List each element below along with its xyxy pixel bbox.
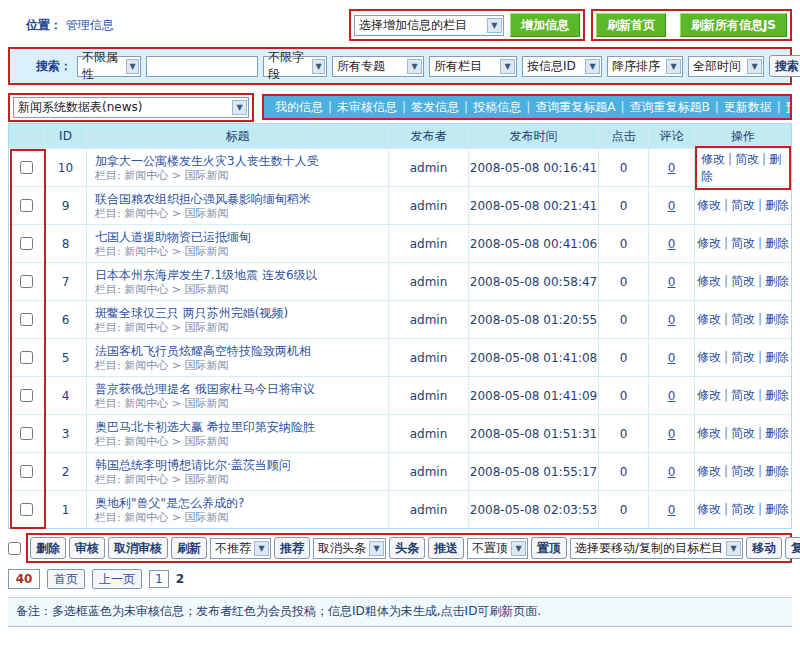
- row-id[interactable]: 3: [62, 427, 70, 441]
- unrecommend-select[interactable]: 不推荐▼: [210, 538, 271, 559]
- row-action-modify[interactable]: 修改: [697, 350, 721, 364]
- direction-select[interactable]: 降序排序 ▼: [607, 56, 683, 77]
- row-checkbox[interactable]: [20, 313, 33, 326]
- row-checkbox[interactable]: [20, 275, 33, 288]
- row-action-quick-edit[interactable]: 简改: [731, 464, 755, 478]
- row-action-modify[interactable]: 修改: [697, 274, 721, 288]
- row-action-delete[interactable]: 删除: [765, 198, 789, 212]
- info-link[interactable]: 我的信息: [270, 99, 328, 116]
- row-checkbox[interactable]: [20, 503, 33, 516]
- row-id[interactable]: 1: [62, 503, 70, 517]
- row-title-link[interactable]: 加拿大一公寓楼发生火灾3人丧生数十人受: [95, 153, 319, 169]
- row-action-quick-edit[interactable]: 简改: [731, 198, 755, 212]
- time-select[interactable]: 全部时间 ▼: [688, 56, 764, 77]
- move-button[interactable]: 移动: [746, 537, 782, 559]
- cancel-approve-button[interactable]: 取消审核: [108, 537, 168, 559]
- row-action-modify[interactable]: 修改: [701, 152, 725, 166]
- add-column-select[interactable]: 选择增加信息的栏目 ▼: [354, 15, 504, 36]
- row-title-link[interactable]: 七国人道援助物资已运抵缅甸: [95, 229, 251, 245]
- search-button[interactable]: 搜索: [769, 55, 800, 77]
- copy-button[interactable]: 复制: [785, 537, 800, 559]
- row-action-quick-edit[interactable]: 简改: [731, 502, 755, 516]
- row-checkbox[interactable]: [20, 237, 33, 250]
- row-title-link[interactable]: 法国客机飞行员炫耀高空特技险致两机相: [95, 343, 311, 359]
- info-link[interactable]: 未审核信息: [332, 99, 402, 116]
- row-title-link[interactable]: 斑鳖全球仅三只 两只苏州完婚(视频): [95, 305, 288, 321]
- row-action-quick-edit[interactable]: 简改: [731, 426, 755, 440]
- info-link[interactable]: 签发信息: [406, 99, 464, 116]
- row-action-delete[interactable]: 删除: [765, 388, 789, 402]
- row-title-link[interactable]: 韩国总统李明博想请比尔·盖茨当顾问: [95, 457, 291, 473]
- row-checkbox[interactable]: [20, 199, 33, 212]
- manage-info-link[interactable]: 管理信息: [66, 18, 114, 32]
- move-copy-target-select[interactable]: 选择要移动/复制的目标栏目▼: [570, 538, 743, 559]
- row-action-delete[interactable]: 删除: [765, 426, 789, 440]
- page-number-2[interactable]: 2: [176, 572, 184, 586]
- row-title-link[interactable]: 奥地利"兽父"是怎么养成的?: [95, 495, 244, 511]
- row-action-modify[interactable]: 修改: [697, 312, 721, 326]
- orderby-select[interactable]: 按信息ID ▼: [522, 56, 602, 77]
- row-title-link[interactable]: 日本本州东海岸发生7.1级地震 连发6级以: [95, 267, 318, 283]
- row-comments-link[interactable]: 0: [668, 199, 676, 213]
- info-link[interactable]: 更新数据: [719, 99, 777, 116]
- row-checkbox[interactable]: [20, 161, 33, 174]
- row-title-link[interactable]: 联合国粮农组织担心强风暴影响缅甸稻米: [95, 191, 311, 207]
- delete-button[interactable]: 删除: [30, 537, 66, 559]
- per-page-input[interactable]: [8, 569, 40, 589]
- attribute-select[interactable]: 不限属性 ▼: [77, 56, 141, 77]
- column-select[interactable]: 所有栏目 ▼: [429, 56, 517, 77]
- row-comments-link[interactable]: 0: [668, 465, 676, 479]
- row-action-modify[interactable]: 修改: [697, 198, 721, 212]
- row-id[interactable]: 6: [62, 313, 70, 327]
- row-comments-link[interactable]: 0: [668, 161, 676, 175]
- row-id[interactable]: 10: [58, 161, 73, 175]
- row-action-quick-edit[interactable]: 简改: [731, 388, 755, 402]
- keyword-input[interactable]: [146, 56, 258, 77]
- page-number-1[interactable]: 1: [149, 570, 169, 588]
- push-button[interactable]: 推送: [428, 537, 464, 559]
- row-comments-link[interactable]: 0: [668, 313, 676, 327]
- row-action-quick-edit[interactable]: 简改: [735, 152, 759, 166]
- stick-button[interactable]: 置顶: [531, 537, 567, 559]
- row-comments-link[interactable]: 0: [668, 275, 676, 289]
- add-info-button[interactable]: 增加信息: [510, 13, 580, 37]
- topic-select[interactable]: 所有专题 ▼: [332, 56, 424, 77]
- field-select[interactable]: 不限字段 ▼: [263, 56, 327, 77]
- row-action-delete[interactable]: 删除: [765, 274, 789, 288]
- datatable-select[interactable]: 新闻系统数据表(news) ▼: [13, 97, 249, 118]
- info-link[interactable]: 查询重复标题A: [530, 99, 620, 116]
- row-id[interactable]: 2: [62, 465, 70, 479]
- refresh-home-button[interactable]: 刷新首页: [596, 13, 666, 37]
- info-link[interactable]: 投稿信息: [468, 99, 526, 116]
- row-checkbox[interactable]: [20, 351, 33, 364]
- row-checkbox[interactable]: [20, 465, 33, 478]
- row-action-delete[interactable]: 删除: [765, 350, 789, 364]
- row-action-quick-edit[interactable]: 简改: [731, 312, 755, 326]
- row-title-link[interactable]: 奥巴马北卡初选大赢 希拉里印第安纳险胜: [95, 419, 315, 435]
- refresh-button[interactable]: 刷新: [171, 537, 207, 559]
- row-id[interactable]: 7: [62, 275, 70, 289]
- recommend-button[interactable]: 推荐: [274, 537, 310, 559]
- row-id[interactable]: 4: [62, 389, 70, 403]
- info-link[interactable]: 查询重复标题B: [624, 99, 714, 116]
- row-action-delete[interactable]: 删除: [765, 236, 789, 250]
- headline-button[interactable]: 头条: [389, 537, 425, 559]
- row-action-modify[interactable]: 修改: [697, 502, 721, 516]
- row-title-link[interactable]: 普京获俄总理提名 俄国家杜马今日将审议: [95, 381, 315, 397]
- row-checkbox[interactable]: [20, 389, 33, 402]
- row-action-delete[interactable]: 删除: [765, 502, 789, 516]
- row-action-modify[interactable]: 修改: [697, 388, 721, 402]
- row-action-modify[interactable]: 修改: [697, 426, 721, 440]
- row-comments-link[interactable]: 0: [668, 503, 676, 517]
- row-action-quick-edit[interactable]: 简改: [731, 350, 755, 364]
- approve-button[interactable]: 审核: [69, 537, 105, 559]
- refresh-all-js-button[interactable]: 刷新所有信息JS: [680, 13, 787, 37]
- first-page-button[interactable]: 首页: [47, 569, 85, 589]
- row-action-modify[interactable]: 修改: [697, 464, 721, 478]
- row-checkbox[interactable]: [20, 427, 33, 440]
- row-action-quick-edit[interactable]: 简改: [731, 274, 755, 288]
- row-action-modify[interactable]: 修改: [697, 236, 721, 250]
- prev-page-button[interactable]: 上一页: [92, 569, 142, 589]
- row-id[interactable]: 9: [62, 199, 70, 213]
- row-action-quick-edit[interactable]: 简改: [731, 236, 755, 250]
